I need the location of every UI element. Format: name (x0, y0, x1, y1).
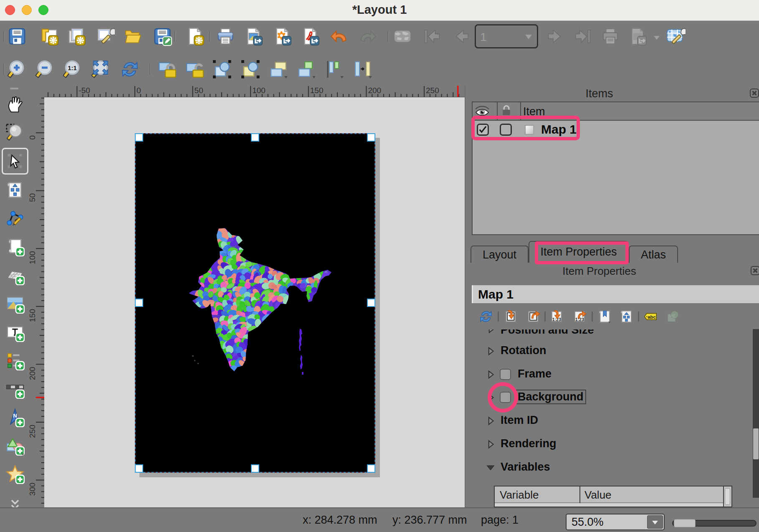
svg-text:300: 300 (29, 483, 37, 496)
svg-text:150: 150 (29, 309, 37, 322)
svg-text:0: 0 (137, 86, 141, 95)
svg-text:-50: -50 (78, 86, 90, 95)
svg-text:0: 0 (29, 135, 37, 140)
svg-text:200: 200 (368, 86, 381, 95)
svg-text:200: 200 (29, 367, 37, 380)
svg-text:50: 50 (195, 86, 203, 95)
svg-text:250: 250 (29, 425, 37, 438)
svg-text:100: 100 (252, 86, 266, 95)
svg-text:150: 150 (310, 86, 324, 95)
svg-text:1:1: 1:1 (68, 64, 77, 71)
svg-text:100: 100 (29, 251, 37, 264)
svg-text:250: 250 (426, 86, 439, 95)
svg-text:N: N (13, 413, 17, 419)
svg-text:abc: abc (648, 314, 655, 319)
svg-text:50: 50 (29, 193, 37, 202)
